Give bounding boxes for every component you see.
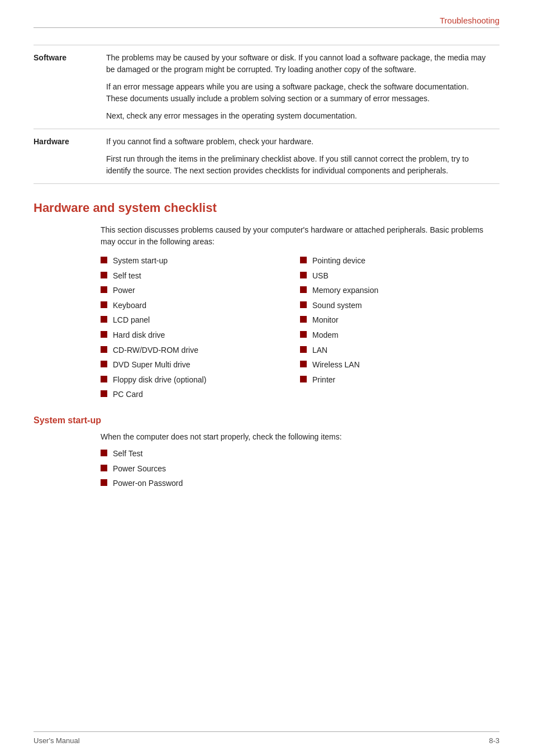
bullet-item: LAN (300, 345, 499, 356)
bullet-icon (101, 465, 107, 471)
bullet-icon (300, 331, 307, 338)
bullet-item: Printer (300, 375, 499, 386)
bullet-icon (300, 346, 307, 353)
bullet-text: Wireless LAN (312, 360, 360, 371)
bullet-text: Monitor (312, 315, 339, 326)
bullet-item: Self test (101, 271, 300, 282)
bullet-item: Modem (300, 330, 499, 341)
system-startup-heading: System start-up (34, 415, 499, 426)
bullet-icon (300, 376, 307, 382)
table-paragraph: If you cannot find a software problem, c… (106, 136, 491, 148)
bullet-col-right: Pointing deviceUSBMemory expansionSound … (300, 256, 499, 404)
bullet-icon (300, 257, 307, 263)
system-startup-intro: When the computer does not start properl… (101, 431, 499, 443)
bullet-icon (300, 301, 307, 308)
bullet-text: CD-RW/DVD-ROM drive (113, 345, 198, 356)
table-paragraph: The problems may be caused by your softw… (106, 52, 491, 75)
bullet-text: Modem (312, 330, 339, 341)
startup-bullet-item: Power-on Password (101, 478, 499, 489)
bullet-icon (300, 316, 307, 323)
bullet-item: Pointing device (300, 256, 499, 267)
bullet-icon (101, 390, 107, 397)
footer-right: 8-3 (489, 736, 499, 745)
hardware-bullet-columns: System start-upSelf testPowerKeyboardLCD… (101, 256, 499, 404)
bullet-text: Hard disk drive (113, 330, 165, 341)
bullet-text: PC Card (113, 389, 143, 400)
table-row: HardwareIf you cannot find a software pr… (34, 129, 499, 184)
bullet-text: Printer (312, 375, 335, 386)
system-startup-bullets: Self TestPower SourcesPower-on Password (101, 448, 499, 489)
bullet-icon (300, 272, 307, 278)
bullet-text: DVD Super Multi drive (113, 360, 191, 371)
page-container: Troubleshooting SoftwareThe problems may… (0, 0, 533, 527)
table-paragraph: If an error message appears while you ar… (106, 81, 491, 105)
bullet-item: Hard disk drive (101, 330, 300, 341)
bullet-icon (101, 450, 107, 456)
table-paragraph: Next, check any error messages in the op… (106, 110, 491, 122)
startup-bullet-item: Self Test (101, 448, 499, 460)
bullet-icon (300, 286, 307, 293)
hardware-section-intro: This section discusses problems caused b… (101, 224, 499, 248)
bullet-item: Floppy disk drive (optional) (101, 375, 300, 386)
table-row: SoftwareThe problems may be caused by yo… (34, 45, 499, 129)
bullet-icon (101, 272, 107, 278)
bullet-item: Monitor (300, 315, 499, 326)
bullet-item: System start-up (101, 256, 300, 267)
startup-bullet-item: Power Sources (101, 464, 499, 475)
table-desc-col: The problems may be caused by your softw… (106, 45, 499, 129)
bullet-item: CD-RW/DVD-ROM drive (101, 345, 300, 356)
hardware-section-heading: Hardware and system checklist (34, 201, 499, 215)
bullet-item: Keyboard (101, 300, 300, 311)
table-desc-col: If you cannot find a software problem, c… (106, 129, 499, 184)
bullet-text: Floppy disk drive (optional) (113, 375, 206, 386)
bullet-text: Power (113, 285, 135, 296)
bullet-text: Self Test (113, 448, 142, 460)
bullet-item: Power (101, 285, 300, 296)
table-paragraph: First run through the items in the preli… (106, 153, 491, 177)
bullet-item: LCD panel (101, 315, 300, 326)
bullet-icon (101, 376, 107, 382)
bullet-icon (101, 346, 107, 353)
bullet-text: LAN (312, 345, 327, 356)
header-bar: Troubleshooting (34, 11, 499, 28)
bullet-text: System start-up (113, 256, 168, 267)
bullet-text: Keyboard (113, 300, 146, 311)
bullet-text: LCD panel (113, 315, 150, 326)
footer: User's Manual 8-3 (34, 731, 499, 745)
bullet-text: Pointing device (312, 256, 365, 267)
bullet-icon (300, 361, 307, 367)
bullet-text: Power Sources (113, 464, 166, 475)
bullet-item: Sound system (300, 300, 499, 311)
table-label-col: Hardware (34, 129, 106, 184)
table-label-col: Software (34, 45, 106, 129)
bullet-icon (101, 361, 107, 367)
bullet-col-left: System start-upSelf testPowerKeyboardLCD… (101, 256, 300, 404)
bullet-item: Wireless LAN (300, 360, 499, 371)
content-table: SoftwareThe problems may be caused by yo… (34, 45, 499, 184)
bullet-item: PC Card (101, 389, 300, 400)
footer-left: User's Manual (34, 736, 80, 745)
bullet-text: Sound system (312, 300, 362, 311)
bullet-icon (101, 331, 107, 338)
bullet-item: Memory expansion (300, 285, 499, 296)
bullet-text: Self test (113, 271, 141, 282)
bullet-text: USB (312, 271, 329, 282)
header-title: Troubleshooting (440, 16, 499, 25)
bullet-icon (101, 257, 107, 263)
bullet-icon (101, 479, 107, 486)
bullet-text: Power-on Password (113, 478, 183, 489)
bullet-item: USB (300, 271, 499, 282)
bullet-icon (101, 286, 107, 293)
bullet-icon (101, 301, 107, 308)
bullet-text: Memory expansion (312, 285, 378, 296)
bullet-item: DVD Super Multi drive (101, 360, 300, 371)
bullet-icon (101, 316, 107, 323)
